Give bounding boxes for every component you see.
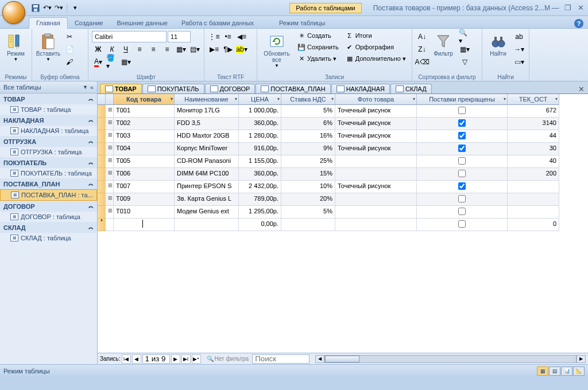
view-button[interactable]: Режим ▼ xyxy=(3,31,28,63)
highlight-icon[interactable]: ab▾ xyxy=(235,44,248,55)
cell[interactable]: 20% xyxy=(281,193,335,206)
cell[interactable]: 5% xyxy=(281,105,335,118)
checkbox[interactable] xyxy=(458,132,466,139)
row-selector[interactable] xyxy=(98,118,106,130)
cell[interactable]: 789,00р. xyxy=(239,193,281,206)
goto-icon[interactable]: →▾ xyxy=(513,44,525,55)
cell[interactable]: 0 xyxy=(508,219,559,231)
cell[interactable] xyxy=(417,168,508,181)
cell[interactable]: 0,00р. xyxy=(239,219,281,231)
font-color-icon[interactable]: A▾ xyxy=(92,56,105,68)
cell[interactable]: T009 xyxy=(114,193,175,206)
nav-item[interactable]: ▦ОТГРУЗКА : таблица xyxy=(0,147,97,157)
cell[interactable] xyxy=(281,219,335,231)
pivot-view-button[interactable]: ▤ xyxy=(549,366,560,376)
tab-create[interactable]: Создание xyxy=(68,18,110,28)
cell[interactable] xyxy=(106,219,114,231)
cell[interactable]: 1 000,00р. xyxy=(239,105,281,118)
row-selector[interactable] xyxy=(98,155,106,168)
cell[interactable] xyxy=(508,206,559,219)
new-row-selector[interactable]: * xyxy=(98,219,106,231)
refresh-all-button[interactable]: Обновить все ▼ xyxy=(261,31,293,69)
expand-button[interactable]: ⊞ xyxy=(106,168,114,181)
cell[interactable]: Точечный рисунок xyxy=(335,181,417,193)
design-view-button[interactable]: 📐 xyxy=(573,366,585,376)
column-header[interactable]: Поставки прекращены▾ xyxy=(417,94,508,105)
row-selector[interactable] xyxy=(98,130,106,143)
close-button[interactable]: ✕ xyxy=(575,3,586,12)
cell[interactable]: HDD Maxtor 20GB xyxy=(175,130,239,143)
next-record-button[interactable]: ▶ xyxy=(171,354,180,364)
expand-button[interactable]: ⊞ xyxy=(106,143,114,155)
qat-customize-icon[interactable]: ▾ xyxy=(71,3,80,13)
cell[interactable]: Корпус MiniTower xyxy=(175,143,239,155)
cell[interactable]: T001 xyxy=(114,105,175,118)
advanced-filter-icon[interactable]: ▦▾ xyxy=(458,44,471,55)
cell[interactable] xyxy=(114,219,175,231)
cell[interactable]: Точечный рисунок xyxy=(335,130,417,143)
more-button[interactable]: ▦Дополнительно▾ xyxy=(343,54,408,63)
spelling-button[interactable]: ✔Орфография xyxy=(343,42,408,52)
help-icon[interactable]: ? xyxy=(574,19,583,28)
cell[interactable]: T010 xyxy=(114,206,175,219)
minimize-button[interactable]: — xyxy=(550,3,560,12)
cell[interactable]: 3140 xyxy=(508,118,559,130)
checkbox[interactable] xyxy=(458,208,466,215)
align-right-icon[interactable]: ≡ xyxy=(161,44,173,55)
cell[interactable] xyxy=(508,193,559,206)
cell[interactable]: Монитор 17LG xyxy=(175,105,239,118)
checkbox[interactable] xyxy=(458,119,466,127)
cell[interactable]: 15% xyxy=(281,168,335,181)
restore-button[interactable]: ❐ xyxy=(563,3,573,12)
redo-icon[interactable]: ↷▾ xyxy=(54,3,63,13)
tab-home[interactable]: Главная xyxy=(29,17,68,29)
tab-datasheet[interactable]: Режим таблицы xyxy=(272,18,332,28)
altrow-icon[interactable]: ▤▾ xyxy=(188,44,201,55)
column-header[interactable]: Код товара▾ xyxy=(114,94,175,105)
cell[interactable] xyxy=(417,219,508,231)
checkbox[interactable] xyxy=(458,170,466,177)
office-button[interactable] xyxy=(2,1,25,24)
cell[interactable]: 44 xyxy=(508,130,559,143)
horizontal-scrollbar[interactable]: ◀▶ xyxy=(315,354,586,364)
cell[interactable]: 200 xyxy=(508,168,559,181)
save-icon[interactable] xyxy=(31,3,40,13)
cell[interactable] xyxy=(335,168,417,181)
cell[interactable]: 1 280,00р. xyxy=(239,130,281,143)
list-bul-icon[interactable]: •≡ xyxy=(222,31,234,42)
copy-icon[interactable]: 📄 xyxy=(63,44,76,55)
datasheet-view-button[interactable]: ▦ xyxy=(537,366,548,376)
clear-sort-icon[interactable]: A⌫ xyxy=(416,56,428,68)
doc-tab[interactable]: ПОСТАВКА_ПЛАН xyxy=(256,84,330,93)
checkbox[interactable] xyxy=(458,195,466,202)
doc-tab[interactable]: ПОКУПАТЕЛЬ xyxy=(142,84,204,93)
cell[interactable]: 360,00р. xyxy=(239,118,281,130)
font-name-combo[interactable] xyxy=(92,31,167,42)
cell[interactable]: FDD 3,5 xyxy=(175,118,239,130)
cell[interactable]: 672 xyxy=(508,105,559,118)
cell[interactable]: 6% xyxy=(281,118,335,130)
row-selector[interactable] xyxy=(98,181,106,193)
row-selector[interactable] xyxy=(98,206,106,219)
cell[interactable]: Точечный рисунок xyxy=(335,143,417,155)
cell[interactable]: Точечный рисунок xyxy=(335,105,417,118)
nav-group-header[interactable]: ПОСТАВКА_ПЛАН︽ xyxy=(0,178,97,189)
totals-button[interactable]: ΣИтоги xyxy=(343,31,408,40)
column-header[interactable]: ТЕК_ОСТ▾ xyxy=(508,94,559,105)
undo-icon[interactable]: ↶▾ xyxy=(42,3,52,13)
toggle-filter-icon[interactable]: ▽ xyxy=(458,56,471,68)
cell[interactable]: 360,00р. xyxy=(239,168,281,181)
cell[interactable] xyxy=(335,155,417,168)
nav-item[interactable]: ▦СКЛАД : таблица xyxy=(0,233,97,243)
sort-desc-icon[interactable]: Z↓ xyxy=(416,44,428,55)
replace-icon[interactable]: ab xyxy=(513,31,525,42)
cell[interactable]: 40 xyxy=(508,155,559,168)
cell[interactable]: 25% xyxy=(281,155,335,168)
nav-group-header[interactable]: ТОВАР︽ xyxy=(0,93,97,104)
list-num-icon[interactable]: ⋮≡ xyxy=(208,31,220,42)
nav-group-header[interactable]: ОТГРУЗКА︽ xyxy=(0,136,97,147)
underline-icon[interactable]: Ч xyxy=(119,44,132,55)
chart-view-button[interactable]: 📊 xyxy=(561,366,572,376)
cell[interactable] xyxy=(417,105,508,118)
doc-tab[interactable]: СКЛАД xyxy=(390,84,432,93)
